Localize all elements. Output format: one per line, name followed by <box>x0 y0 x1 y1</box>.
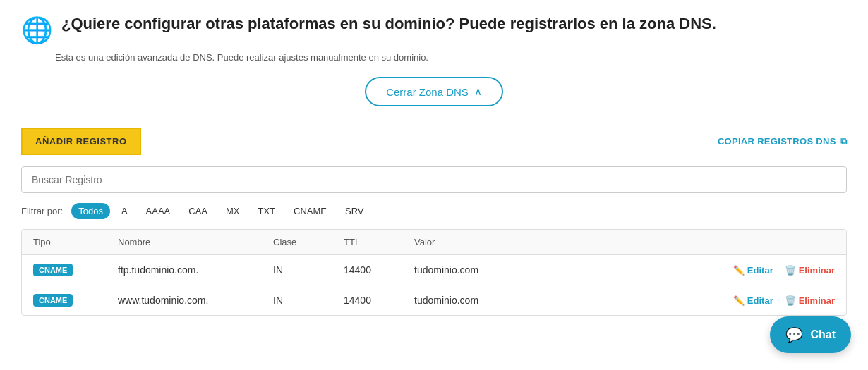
col-valor: Valor <box>414 237 708 247</box>
chat-button[interactable]: 💬 Chat <box>770 316 851 330</box>
cell-clase: IN <box>273 295 344 306</box>
delete-button[interactable]: 🗑️ Eliminar <box>785 265 835 276</box>
filter-btn-a[interactable]: A <box>114 203 135 219</box>
cell-nombre: ftp.tudominio.com. <box>118 264 273 276</box>
table-row: CNAME ftp.tudominio.com. IN 14400 tudomi… <box>22 255 846 285</box>
page-title: ¿Quiere configurar otras plataformas en … <box>61 14 716 35</box>
trash-icon: 🗑️ <box>785 265 796 276</box>
filter-btn-mx[interactable]: MX <box>219 203 247 219</box>
filter-btn-aaaa[interactable]: AAAA <box>139 203 178 219</box>
col-ttl: TTL <box>344 237 414 247</box>
search-input[interactable] <box>21 166 847 193</box>
cell-valor: tudominio.com <box>414 295 708 306</box>
trash-icon: 🗑️ <box>785 295 796 306</box>
table-header: Tipo Nombre Clase TTL Valor <box>22 230 846 255</box>
globe-icon: 🌐 <box>21 16 53 45</box>
filter-row: Filtrar por: TodosAAAAACAAMXTXTCNAMESRV <box>21 203 847 219</box>
edit-icon: ✏️ <box>733 265 745 276</box>
cell-tipo: CNAME <box>33 294 118 307</box>
col-tipo: Tipo <box>33 237 118 247</box>
filter-btn-caa[interactable]: CAA <box>181 203 215 219</box>
delete-label: Eliminar <box>799 295 835 306</box>
filter-btn-txt[interactable]: TXT <box>251 203 283 219</box>
add-registro-button[interactable]: AÑADIR REGISTRO <box>21 128 141 155</box>
filter-btn-srv[interactable]: SRV <box>338 203 371 219</box>
cell-tipo: CNAME <box>33 264 118 276</box>
toolbar: AÑADIR REGISTRO COPIAR REGISTROS DNS ⧉ <box>21 128 847 155</box>
filter-btn-todos[interactable]: Todos <box>71 203 110 219</box>
col-actions <box>708 237 835 247</box>
chat-label: Chat <box>810 328 836 330</box>
row-actions: ✏️ Editar 🗑️ Eliminar <box>708 265 835 276</box>
filter-buttons: TodosAAAAACAAMXTXTCNAMESRV <box>71 203 370 219</box>
edit-button[interactable]: ✏️ Editar <box>733 265 773 276</box>
badge-cname: CNAME <box>33 264 73 276</box>
edit-icon: ✏️ <box>733 295 745 306</box>
col-nombre: Nombre <box>118 237 273 247</box>
cell-valor: tudominio.com <box>414 264 708 276</box>
delete-label: Eliminar <box>799 265 835 276</box>
cell-ttl: 14400 <box>344 264 414 276</box>
copy-dns-label: COPIAR REGISTROS DNS <box>718 136 836 147</box>
cell-clase: IN <box>273 264 344 276</box>
cell-ttl: 14400 <box>344 295 414 306</box>
edit-label: Editar <box>747 295 773 306</box>
cerrar-zona-dns-button[interactable]: Cerrar Zona DNS ∧ <box>365 77 503 106</box>
search-container <box>21 166 847 193</box>
dns-table: Tipo Nombre Clase TTL Valor CNAME ftp.tu… <box>21 229 847 316</box>
chevron-up-icon: ∧ <box>474 85 482 98</box>
copy-dns-button[interactable]: COPIAR REGISTROS DNS ⧉ <box>718 136 847 147</box>
delete-button[interactable]: 🗑️ Eliminar <box>785 295 835 306</box>
table-body: CNAME ftp.tudominio.com. IN 14400 tudomi… <box>22 255 846 315</box>
edit-label: Editar <box>747 265 773 276</box>
filter-btn-cname[interactable]: CNAME <box>287 203 334 219</box>
col-clase: Clase <box>273 237 344 247</box>
page-subtitle: Esta es una edición avanzada de DNS. Pue… <box>55 52 847 63</box>
chat-icon: 💬 <box>785 326 803 330</box>
cell-nombre: www.tudominio.com. <box>118 295 273 306</box>
edit-button[interactable]: ✏️ Editar <box>733 295 773 306</box>
row-actions: ✏️ Editar 🗑️ Eliminar <box>708 295 835 306</box>
header-section: 🌐 ¿Quiere configurar otras plataformas e… <box>21 14 847 45</box>
filter-label: Filtrar por: <box>21 206 63 216</box>
table-row: CNAME www.tudominio.com. IN 14400 tudomi… <box>22 285 846 315</box>
copy-icon: ⧉ <box>840 136 847 147</box>
cerrar-zona-dns-label: Cerrar Zona DNS <box>386 86 469 98</box>
badge-cname: CNAME <box>33 294 73 307</box>
